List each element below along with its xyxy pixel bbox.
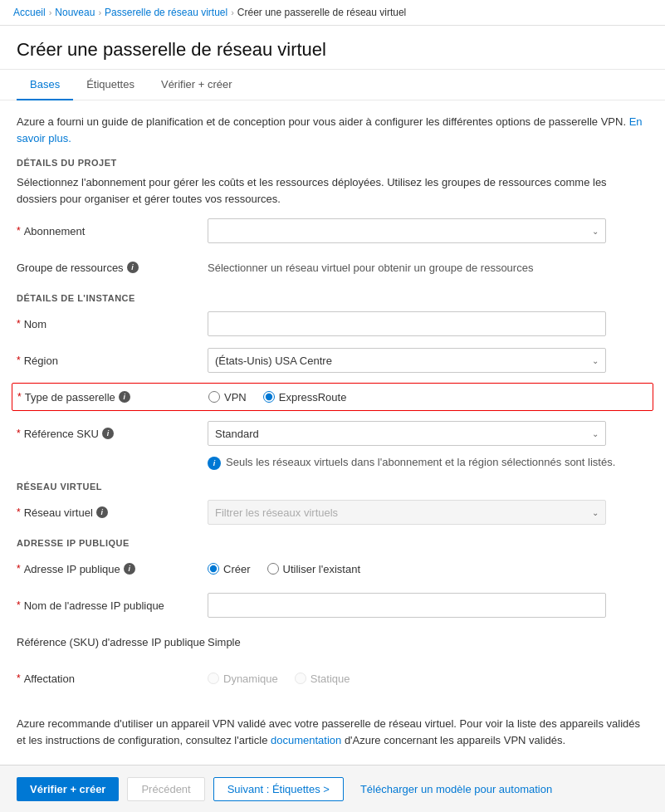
- type-expressroute-radio[interactable]: [263, 391, 275, 403]
- reseau-virtuel-info-icon[interactable]: i: [96, 506, 108, 518]
- breadcrumb-sep-2: ›: [98, 7, 101, 17]
- groupe-ressources-label: Groupe de ressources i: [17, 262, 208, 274]
- nom-row: * Nom: [17, 310, 648, 338]
- affectation-required: *: [17, 673, 21, 684]
- reseau-virtuel-label: * Réseau virtuel i: [17, 506, 208, 519]
- reseau-virtuel-dropdown-arrow: ⌄: [592, 508, 599, 517]
- affectation-radio-group: Dynamique Statique: [208, 673, 648, 685]
- documentation-link[interactable]: documentation: [271, 734, 341, 746]
- bottom-note: Azure recommande d'utiliser un appareil …: [17, 706, 648, 748]
- reseau-virtuel-control: Filtrer les réseaux virtuels ⌄: [208, 500, 648, 525]
- instance-section-label: DÉTAILS DE L'INSTANCE: [17, 293, 648, 303]
- type-passerelle-row: * Type de passerelle i VPN ExpressRoute: [12, 383, 653, 411]
- nom-label: * Nom: [17, 318, 208, 330]
- reference-sku-control: Standard ⌄: [208, 421, 648, 446]
- main-content: Créer une passerelle de réseau virtuel B…: [0, 26, 665, 765]
- breadcrumb-nouveau[interactable]: Nouveau: [55, 7, 95, 18]
- page-container: Accueil › Nouveau › Passerelle de réseau…: [0, 0, 665, 812]
- reference-sku-ip-label: Référence (SKU) d'adresse IP publique: [17, 636, 208, 648]
- nom-control: [208, 311, 648, 336]
- footer-bar: Vérifier + créer Précédent Suivant : Éti…: [0, 765, 665, 812]
- type-passerelle-label: * Type de passerelle i: [17, 391, 208, 404]
- type-passerelle-control: VPN ExpressRoute: [208, 391, 648, 404]
- utiliser-existant-radio[interactable]: [267, 563, 279, 575]
- reseau-virtuel-row: * Réseau virtuel i Filtrer les réseaux v…: [17, 498, 648, 526]
- reference-sku-dropdown[interactable]: Standard ⌄: [208, 421, 606, 446]
- statique-radio[interactable]: [295, 673, 306, 684]
- verify-create-button[interactable]: Vérifier + créer: [17, 777, 119, 801]
- download-template-link[interactable]: Télécharger un modèle pour automation: [360, 783, 552, 795]
- reference-sku-ip-row: Référence (SKU) d'adresse IP publique Si…: [17, 628, 648, 656]
- groupe-ressources-row: Groupe de ressources i Sélectionner un r…: [17, 253, 648, 281]
- region-label: * Région: [17, 355, 208, 367]
- dynamique-option[interactable]: Dynamique: [208, 673, 278, 685]
- region-required: *: [17, 355, 21, 366]
- nom-adresse-ip-row: * Nom de l'adresse IP publique: [17, 591, 648, 619]
- reseau-virtuel-required: *: [17, 506, 21, 518]
- reseau-virtuel-section-label: RÉSEAU VIRTUEL: [17, 482, 648, 492]
- affectation-row: * Affectation Dynamique Statique: [17, 664, 648, 692]
- type-passerelle-info-icon[interactable]: i: [119, 391, 130, 403]
- tab-etiquettes[interactable]: Étiquettes: [73, 70, 148, 100]
- type-passerelle-radio-group: VPN ExpressRoute: [208, 391, 648, 404]
- dynamique-radio[interactable]: [208, 673, 219, 684]
- breadcrumb: Accueil › Nouveau › Passerelle de réseau…: [0, 0, 665, 26]
- sku-note: i Seuls les réseaux virtuels dans l'abon…: [208, 456, 623, 470]
- tabs-row: Bases Étiquettes Vérifier + créer: [0, 70, 665, 100]
- project-details-desc: Sélectionnez l'abonnement pour gérer les…: [17, 174, 648, 207]
- creer-radio[interactable]: [208, 563, 219, 575]
- tab-verifier-creer[interactable]: Vérifier + créer: [148, 70, 246, 100]
- adresse-ip-label: * Adresse IP publique i: [17, 563, 208, 575]
- previous-button[interactable]: Précédent: [127, 777, 204, 801]
- nom-adresse-ip-control: [208, 593, 648, 618]
- form-area: Azure a fourni un guide de planification…: [0, 100, 665, 765]
- region-row: * Région (États-Unis) USA Centre ⌄: [17, 346, 648, 374]
- reference-sku-label: * Référence SKU i: [17, 428, 208, 440]
- breadcrumb-accueil[interactable]: Accueil: [13, 7, 46, 18]
- region-dropdown[interactable]: (États-Unis) USA Centre ⌄: [208, 348, 606, 373]
- nom-required: *: [17, 318, 21, 330]
- abonnement-control: ⌄: [208, 218, 648, 243]
- page-title: Créer une passerelle de réseau virtuel: [17, 39, 648, 61]
- nom-adresse-ip-label: * Nom de l'adresse IP publique: [17, 599, 208, 612]
- region-control: (États-Unis) USA Centre ⌄: [208, 348, 648, 373]
- region-dropdown-arrow: ⌄: [592, 356, 599, 365]
- reference-sku-dropdown-arrow: ⌄: [592, 429, 599, 438]
- groupe-ressources-info-icon[interactable]: i: [127, 262, 139, 273]
- abonnement-dropdown[interactable]: ⌄: [208, 218, 606, 243]
- type-vpn-option[interactable]: VPN: [208, 391, 247, 404]
- next-button[interactable]: Suivant : Étiquettes >: [213, 777, 344, 801]
- nom-adresse-ip-required: *: [17, 599, 21, 611]
- abonnement-dropdown-arrow: ⌄: [592, 227, 599, 236]
- creer-option[interactable]: Créer: [208, 563, 251, 575]
- utiliser-existant-option[interactable]: Utiliser l'existant: [267, 563, 361, 575]
- adresse-ip-radio-group: Créer Utiliser l'existant: [208, 563, 648, 575]
- sku-note-icon: i: [208, 457, 221, 470]
- breadcrumb-sep-3: ›: [231, 7, 234, 17]
- page-header: Créer une passerelle de réseau virtuel: [0, 26, 665, 70]
- type-vpn-radio[interactable]: [208, 391, 220, 403]
- adresse-ip-info-icon[interactable]: i: [124, 563, 135, 575]
- statique-option[interactable]: Statique: [295, 673, 350, 685]
- breadcrumb-passerelle[interactable]: Passerelle de réseau virtuel: [105, 7, 227, 18]
- nom-input[interactable]: [208, 311, 606, 336]
- type-passerelle-required: *: [17, 391, 22, 403]
- groupe-ressources-hint: Sélectionner un réseau virtuel pour obte…: [208, 262, 648, 274]
- reference-sku-info-icon[interactable]: i: [102, 428, 114, 439]
- adresse-ip-control: Créer Utiliser l'existant: [208, 563, 648, 575]
- adresse-ip-required: *: [17, 563, 21, 575]
- reference-sku-ip-value: Simple: [208, 636, 648, 648]
- breadcrumb-current: Créer une passerelle de réseau virtuel: [237, 7, 406, 18]
- nom-adresse-ip-input[interactable]: [208, 593, 606, 618]
- type-expressroute-option[interactable]: ExpressRoute: [263, 391, 347, 404]
- adresse-ip-section-label: ADRESSE IP PUBLIQUE: [17, 538, 648, 548]
- adresse-ip-row: * Adresse IP publique i Créer Utiliser l…: [17, 555, 648, 583]
- reference-sku-row: * Référence SKU i Standard ⌄: [17, 419, 648, 448]
- project-details-label: DÉTAILS DU PROJET: [17, 158, 648, 168]
- reseau-virtuel-dropdown[interactable]: Filtrer les réseaux virtuels ⌄: [208, 500, 606, 525]
- tab-bases[interactable]: Bases: [17, 70, 73, 100]
- breadcrumb-sep-1: ›: [49, 7, 52, 17]
- info-paragraph: Azure a fourni un guide de planification…: [17, 114, 648, 146]
- abonnement-label: * Abonnement: [17, 225, 208, 237]
- affectation-label: * Affectation: [17, 673, 208, 685]
